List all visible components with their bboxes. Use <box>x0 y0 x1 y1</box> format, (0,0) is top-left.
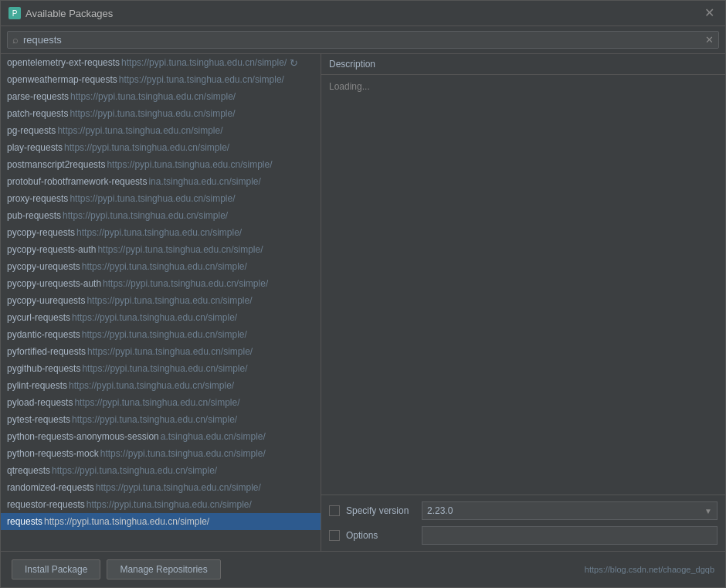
list-item[interactable]: play-requestshttps://pypi.tuna.tsinghua.… <box>1 139 321 156</box>
item-name: pycopy-requests-auth <box>7 244 96 255</box>
list-item[interactable]: pydantic-requestshttps://pypi.tuna.tsing… <box>1 326 321 343</box>
item-name: pycopy-uurequests <box>7 295 85 306</box>
list-item[interactable]: requestor-requestshttps://pypi.tuna.tsin… <box>1 496 321 513</box>
manage-repositories-button[interactable]: Manage Repositories <box>107 559 220 580</box>
item-name: requestor-requests <box>7 499 85 510</box>
bottom-bar: Install Package Manage Repositories http… <box>1 551 725 587</box>
item-url: https://pypi.tuna.tsinghua.edu.cn/simple… <box>52 465 217 476</box>
item-name: parse-requests <box>7 91 69 102</box>
list-item[interactable]: postmanscript2requestshttps://pypi.tuna.… <box>1 156 321 173</box>
specify-version-checkbox[interactable] <box>329 505 340 516</box>
list-item[interactable]: randomized-requestshttps://pypi.tuna.tsi… <box>1 479 321 496</box>
list-item[interactable]: pyload-requestshttps://pypi.tuna.tsinghu… <box>1 394 321 411</box>
close-button[interactable]: ✕ <box>701 5 718 21</box>
list-item[interactable]: proxy-requestshttps://pypi.tuna.tsinghua… <box>1 190 321 207</box>
item-url: https://pypi.tuna.tsinghua.edu.cn/simple… <box>121 57 287 68</box>
list-item[interactable]: pycopy-uurequestshttps://pypi.tuna.tsing… <box>1 292 321 309</box>
item-url: https://pypi.tuna.tsinghua.edu.cn/simple… <box>107 159 272 170</box>
item-url: https://pypi.tuna.tsinghua.edu.cn/simple… <box>82 261 247 272</box>
options-row: Options <box>329 526 718 545</box>
list-item[interactable]: openweathermap-requestshttps://pypi.tuna… <box>1 71 321 88</box>
item-url: https://pypi.tuna.tsinghua.edu.cn/simple… <box>103 278 268 289</box>
item-name: python-requests-anonymous-session <box>7 431 159 442</box>
item-url: https://pypi.tuna.tsinghua.edu.cn/simple… <box>87 295 252 306</box>
options-input[interactable] <box>422 526 718 545</box>
search-bar: ⌕ ✕ <box>1 26 725 54</box>
refresh-icon[interactable]: ↻ <box>290 57 298 69</box>
search-clear-button[interactable]: ✕ <box>705 34 714 46</box>
item-url: https://pypi.tuna.tsinghua.edu.cn/simple… <box>72 414 237 425</box>
install-package-button[interactable]: Install Package <box>12 559 100 580</box>
item-url: https://pypi.tuna.tsinghua.edu.cn/simple… <box>63 210 228 221</box>
list-item[interactable]: pycopy-urequests-authhttps://pypi.tuna.t… <box>1 275 321 292</box>
item-url: https://pypi.tuna.tsinghua.edu.cn/simple… <box>72 312 237 323</box>
bottom-left: Install Package Manage Repositories <box>12 559 221 580</box>
search-input[interactable] <box>23 34 705 46</box>
item-name: pycurl-requests <box>7 312 70 323</box>
item-name: pg-requests <box>7 125 56 136</box>
status-url: https://blog.csdn.net/chaoge_dgqb <box>585 565 714 574</box>
item-name: pycopy-urequests-auth <box>7 278 101 289</box>
item-url: https://pypi.tuna.tsinghua.edu.cn/simple… <box>70 193 235 204</box>
app-icon: P <box>8 7 21 19</box>
item-url: https://pypi.tuna.tsinghua.edu.cn/simple… <box>64 142 229 153</box>
list-item[interactable]: python-requests-mockhttps://pypi.tuna.ts… <box>1 445 321 462</box>
item-name: requests <box>7 516 42 527</box>
list-item[interactable]: pylint-requestshttps://pypi.tuna.tsinghu… <box>1 377 321 394</box>
title-bar: P Available Packages ✕ <box>1 1 725 26</box>
item-name: pub-requests <box>7 210 61 221</box>
version-value: 2.23.0 <box>427 505 453 516</box>
item-name: qtrequests <box>7 465 50 476</box>
item-name: patch-requests <box>7 108 68 119</box>
list-item[interactable]: opentelemetry-ext-requestshttps://pypi.t… <box>1 54 321 71</box>
list-item[interactable]: pycurl-requestshttps://pypi.tuna.tsinghu… <box>1 309 321 326</box>
item-url: https://pypi.tuna.tsinghua.edu.cn/simple… <box>76 227 242 238</box>
item-name: play-requests <box>7 142 63 153</box>
list-item[interactable]: parse-requestshttps://pypi.tuna.tsinghua… <box>1 88 321 105</box>
list-item[interactable]: pycopy-requests-authhttps://pypi.tuna.ts… <box>1 241 321 258</box>
list-item[interactable]: pg-requestshttps://pypi.tuna.tsinghua.ed… <box>1 122 321 139</box>
item-name: pyload-requests <box>7 397 73 408</box>
item-name: pycopy-requests <box>7 227 75 238</box>
list-item[interactable]: pyfortified-requestshttps://pypi.tuna.ts… <box>1 343 321 360</box>
item-name: pycopy-urequests <box>7 261 80 272</box>
item-name: pydantic-requests <box>7 329 80 340</box>
item-name: pyfortified-requests <box>7 346 86 357</box>
list-item[interactable]: pub-requestshttps://pypi.tuna.tsinghua.e… <box>1 207 321 224</box>
item-name: pytest-requests <box>7 414 70 425</box>
main-area: opentelemetry-ext-requestshttps://pypi.t… <box>1 54 725 551</box>
list-item[interactable]: requestshttps://pypi.tuna.tsinghua.edu.c… <box>1 513 321 530</box>
version-dropdown[interactable]: 2.23.0 ▼ <box>422 501 718 520</box>
item-url: https://pypi.tuna.tsinghua.edu.cn/simple… <box>44 516 209 527</box>
item-name: proxy-requests <box>7 193 68 204</box>
options-checkbox[interactable] <box>329 530 340 541</box>
options-label: Options <box>346 530 416 541</box>
list-item[interactable]: patch-requestshttps://pypi.tuna.tsinghua… <box>1 105 321 122</box>
main-window: P Available Packages ✕ ⌕ ✕ opentelemetry… <box>0 0 726 588</box>
package-list[interactable]: opentelemetry-ext-requestshttps://pypi.t… <box>1 54 321 551</box>
list-item[interactable]: protobuf-robotframework-requestsina.tsin… <box>1 173 321 190</box>
dropdown-arrow-icon: ▼ <box>704 507 712 515</box>
item-url: https://pypi.tuna.tsinghua.edu.cn/simple… <box>70 91 236 102</box>
item-name: randomized-requests <box>7 482 94 493</box>
specify-version-label: Specify version <box>346 505 416 516</box>
description-content: Loading... <box>321 75 725 495</box>
item-url: https://pypi.tuna.tsinghua.edu.cn/simple… <box>100 448 266 459</box>
list-item[interactable]: pycopy-requestshttps://pypi.tuna.tsinghu… <box>1 224 321 241</box>
item-name: pygithub-requests <box>7 363 80 374</box>
description-footer: Specify version 2.23.0 ▼ Options <box>321 495 725 551</box>
item-url: https://pypi.tuna.tsinghua.edu.cn/simple… <box>97 244 263 255</box>
list-item[interactable]: pygithub-requestshttps://pypi.tuna.tsing… <box>1 360 321 377</box>
item-name: python-requests-mock <box>7 448 99 459</box>
item-url: a.tsinghua.edu.cn/simple/ <box>161 431 266 442</box>
item-url: https://pypi.tuna.tsinghua.edu.cn/simple… <box>82 329 247 340</box>
description-header: Description <box>321 54 725 75</box>
list-item[interactable]: python-requests-anonymous-sessiona.tsing… <box>1 428 321 445</box>
item-name: protobuf-robotframework-requests <box>7 176 147 187</box>
specify-version-row: Specify version 2.23.0 ▼ <box>329 501 718 520</box>
list-item[interactable]: pytest-requestshttps://pypi.tuna.tsinghu… <box>1 411 321 428</box>
list-item[interactable]: qtrequestshttps://pypi.tuna.tsinghua.edu… <box>1 462 321 479</box>
item-url: https://pypi.tuna.tsinghua.edu.cn/simple… <box>96 482 261 493</box>
title-bar-left: P Available Packages <box>8 7 113 19</box>
list-item[interactable]: pycopy-urequestshttps://pypi.tuna.tsingh… <box>1 258 321 275</box>
